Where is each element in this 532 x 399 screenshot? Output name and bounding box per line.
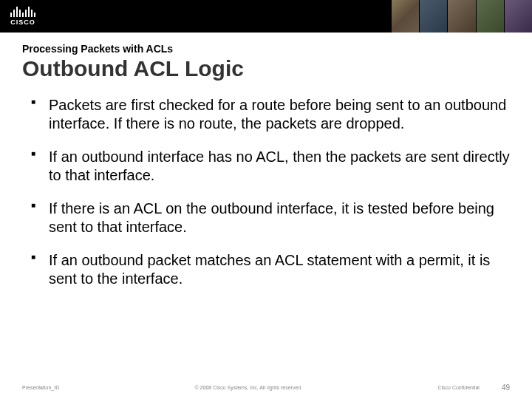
- bullet-item: If there is an ACL on the outbound inter…: [43, 200, 510, 236]
- bullet-item: If an outbound interface has no ACL, the…: [43, 148, 510, 185]
- slide-content: Processing Packets with ACLs Outbound AC…: [0, 33, 532, 288]
- header-photo-strip: [392, 0, 532, 33]
- header-photo: [505, 0, 532, 33]
- bullet-item: If an outbound packet matches an ACL sta…: [43, 251, 510, 288]
- cisco-logo-text: CISCO: [10, 18, 35, 26]
- header-bar: CISCO: [0, 0, 532, 33]
- slide-title: Outbound ACL Logic: [22, 56, 510, 81]
- cisco-logo: CISCO: [10, 7, 35, 26]
- bullet-item: Packets are first checked for a route be…: [43, 96, 510, 133]
- header-photo: [420, 0, 447, 33]
- header-photo: [477, 0, 504, 33]
- bullet-list: Packets are first checked for a route be…: [22, 96, 510, 288]
- cisco-logo-icon: [10, 7, 35, 17]
- section-label: Processing Packets with ACLs: [22, 43, 510, 55]
- footer-copyright: © 2008 Cisco Systems, Inc. All rights re…: [59, 385, 437, 390]
- footer-confidential: Cisco Confidential: [437, 385, 479, 390]
- footer: Presentation_ID © 2008 Cisco Systems, In…: [0, 383, 532, 392]
- footer-presentation-id: Presentation_ID: [22, 385, 59, 390]
- footer-page-number: 49: [502, 383, 510, 392]
- header-photo: [392, 0, 419, 33]
- header-photo: [448, 0, 475, 33]
